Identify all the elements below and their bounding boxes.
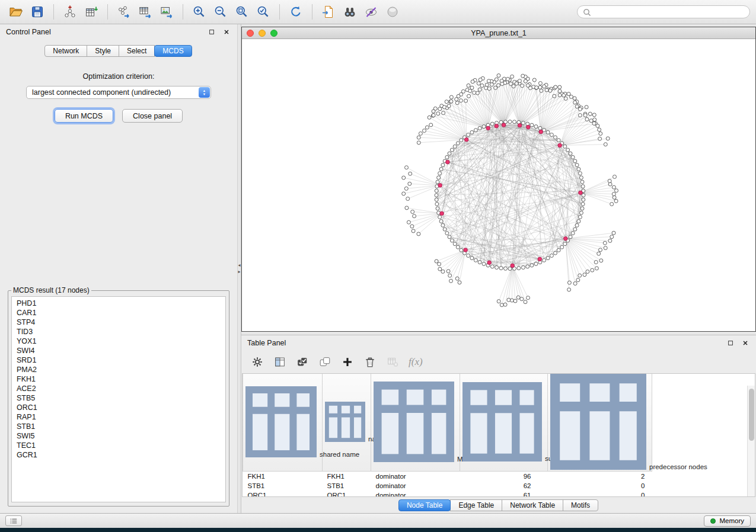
save-icon[interactable] <box>27 2 47 21</box>
close-panel-button[interactable]: Close panel <box>122 109 183 123</box>
add-row-icon[interactable] <box>339 353 356 371</box>
optimization-criterion-select[interactable]: largest connected component (undirected)… <box>26 86 211 99</box>
network-window-title: YPA_prune.txt_1 <box>242 29 755 37</box>
export-table-icon[interactable] <box>135 2 155 21</box>
search-field <box>577 5 750 18</box>
column-header-successor-nodes[interactable]: successor nodes▾ <box>460 374 548 472</box>
main-toolbar <box>0 0 756 24</box>
status-menu-icon[interactable] <box>5 515 22 526</box>
run-mcds-button[interactable]: Run MCDS <box>55 109 113 123</box>
list-item[interactable]: PHD1 <box>12 299 225 308</box>
memory-label: Memory <box>719 517 744 524</box>
network-window-titlebar[interactable]: YPA_prune.txt_1 <box>242 27 755 39</box>
mcds-result-list: PHD1CAR1STP4TID3YOX1SWI4SRD1PMA2FKH1ACE2… <box>11 296 226 502</box>
search-input[interactable] <box>594 7 744 17</box>
tab-network[interactable]: Network <box>44 45 87 57</box>
tab-motifs[interactable]: Motifs <box>563 499 598 511</box>
memory-status-icon <box>710 518 716 524</box>
float-table-panel-icon[interactable] <box>726 338 735 348</box>
cell-shared-name: FKH1 <box>243 472 323 481</box>
list-item[interactable]: TEC1 <box>12 441 225 450</box>
hide-edges-icon[interactable] <box>361 2 381 21</box>
mcds-buttons-row: Run MCDS Close panel <box>0 109 237 123</box>
list-item[interactable]: STB5 <box>12 393 225 403</box>
column-header-shared-name[interactable]: shared name <box>243 374 323 472</box>
refresh-layout-icon[interactable] <box>286 2 306 21</box>
zoom-in-icon[interactable] <box>189 2 209 21</box>
tab-select[interactable]: Select <box>119 45 155 57</box>
tab-mcds[interactable]: MCDS <box>154 45 192 57</box>
close-window-icon[interactable] <box>247 30 254 37</box>
delete-row-icon[interactable] <box>361 353 379 371</box>
cell-successor-nodes: 62 <box>460 481 548 491</box>
zoom-fit-icon[interactable] <box>232 2 252 21</box>
gear-icon[interactable] <box>248 353 266 371</box>
list-item[interactable]: PMA2 <box>12 365 225 374</box>
toolbar-separator <box>279 4 280 20</box>
list-item[interactable]: CAR1 <box>12 308 225 318</box>
mcds-result-title: MCDS result (17 nodes) <box>11 286 91 294</box>
list-item[interactable]: GCR1 <box>12 450 225 460</box>
list-item[interactable]: FKH1 <box>12 374 225 384</box>
list-item[interactable]: RAP1 <box>12 412 225 422</box>
node-table: shared namenameMCDS rolesuccessor nodes▾… <box>242 373 755 497</box>
list-item[interactable]: ORC1 <box>12 403 225 412</box>
memory-button[interactable]: Memory <box>704 515 751 527</box>
zoom-out-icon[interactable] <box>210 2 231 21</box>
open-file-icon[interactable] <box>6 2 26 21</box>
list-item[interactable]: SWI4 <box>12 346 225 355</box>
zoom-selected-icon[interactable] <box>253 2 273 21</box>
preview-icon[interactable] <box>382 2 403 21</box>
list-item[interactable]: STB1 <box>12 422 225 431</box>
column-header-predecessor-nodes[interactable]: predecessor nodes <box>548 374 652 472</box>
export-network-icon[interactable] <box>114 2 134 21</box>
cell-name: FKH1 <box>323 472 371 481</box>
select-all-icon[interactable] <box>294 353 311 371</box>
maximize-window-icon[interactable] <box>270 30 277 37</box>
column-header-mcds-role[interactable]: MCDS role <box>371 374 460 472</box>
tab-edge-table[interactable]: Edge Table <box>450 499 502 511</box>
tab-style[interactable]: Style <box>87 45 119 57</box>
search-network-icon[interactable] <box>340 2 360 21</box>
table-scrollbar[interactable] <box>747 386 755 496</box>
close-panel-icon[interactable] <box>222 27 231 37</box>
cell-mcds-role: dominator <box>371 481 460 491</box>
function-builder-icon[interactable]: f(x) <box>406 356 425 368</box>
delete-table-icon[interactable] <box>384 353 401 371</box>
import-table-icon[interactable] <box>81 2 101 21</box>
import-network-icon[interactable] <box>60 2 80 21</box>
columns-icon[interactable] <box>271 353 289 371</box>
list-item[interactable]: STP4 <box>12 318 225 327</box>
table-row[interactable]: STB1STB1dominator620 <box>243 481 652 491</box>
close-table-panel-icon[interactable] <box>741 338 750 348</box>
table-panel-title: Table Panel <box>247 339 286 347</box>
tab-network-table[interactable]: Network Table <box>502 499 563 511</box>
table-row[interactable]: FKH1FKH1dominator962 <box>243 472 652 481</box>
scrollbar-thumb[interactable] <box>749 389 754 441</box>
list-item[interactable]: SRD1 <box>12 355 225 365</box>
deselect-all-icon[interactable] <box>316 353 334 371</box>
collapse-right-icon[interactable]: ▸ <box>238 270 240 274</box>
export-image-icon[interactable] <box>157 2 177 21</box>
combo-stepper-icon: ▴▾ <box>199 87 210 98</box>
cell-successor-nodes: 61 <box>460 491 548 498</box>
float-panel-icon[interactable] <box>207 27 216 37</box>
share-document-icon[interactable] <box>318 2 339 21</box>
list-item[interactable]: ACE2 <box>12 384 225 393</box>
table-grid-icon <box>325 402 365 443</box>
table-header-row: shared namenameMCDS rolesuccessor nodes▾… <box>243 374 652 472</box>
list-item[interactable]: TID3 <box>12 327 225 336</box>
panel-splitter[interactable]: ◂ ▸ <box>237 24 241 513</box>
column-header-label: shared name <box>320 451 359 458</box>
collapse-left-icon[interactable]: ◂ <box>238 263 240 268</box>
network-graph[interactable] <box>242 39 755 331</box>
minimize-window-icon[interactable] <box>259 30 266 37</box>
network-canvas[interactable] <box>242 39 755 331</box>
cell-name: STB1 <box>323 481 371 491</box>
tab-node-table[interactable]: Node Table <box>398 499 451 511</box>
node-table-grid: shared namenameMCDS rolesuccessor nodes▾… <box>243 374 652 497</box>
list-item[interactable]: SWI5 <box>12 431 225 441</box>
table-grid-icon <box>462 382 542 463</box>
table-row[interactable]: ORC1ORC1dominator610 <box>243 491 652 498</box>
list-item[interactable]: YOX1 <box>12 336 225 346</box>
